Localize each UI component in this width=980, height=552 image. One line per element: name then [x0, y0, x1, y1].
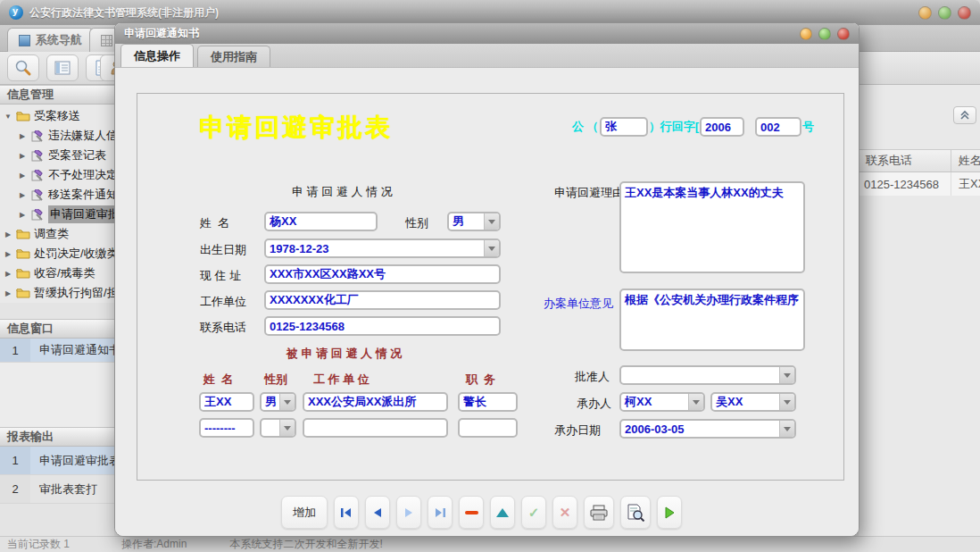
x-icon: ✕ [560, 505, 571, 521]
dropdown-arrow-icon[interactable] [484, 240, 499, 256]
report-button[interactable] [46, 54, 79, 81]
tree-item-punishment[interactable]: ▶ 处罚决定/收缴类 [0, 244, 114, 263]
chevron-collapsed-icon: ▶ [18, 211, 27, 219]
collapse-panel-button[interactable] [953, 106, 976, 124]
approver-combobox[interactable] [619, 365, 796, 385]
section-report-output[interactable]: 报表输出 [0, 427, 114, 447]
info-window-empty-area [0, 363, 114, 427]
label-name: 姓 名 [200, 215, 229, 231]
handler2-combobox[interactable]: 吴XX [710, 392, 796, 412]
tree-item-investigation[interactable]: ▶ 调查类 [0, 224, 114, 244]
dropdown-arrow-icon[interactable] [688, 394, 703, 410]
tree-item-suspect-info[interactable]: ▶ 违法嫌疑人信 [0, 126, 114, 146]
grid-data-row[interactable]: 0125-1234568 王XX [859, 172, 980, 196]
last-record-icon [433, 507, 447, 518]
docno-org-input[interactable] [600, 117, 648, 137]
address-input[interactable] [264, 264, 501, 284]
print-button[interactable] [584, 496, 614, 529]
section-respondent-heading: 被 申 请 回 避 人 情 况 [287, 346, 402, 362]
dialog-minimize-button[interactable] [800, 28, 812, 40]
last-record-button[interactable] [428, 496, 453, 529]
gender-value: 男 [449, 213, 484, 230]
dropdown-arrow-icon[interactable] [279, 394, 295, 410]
respondent1-unit-input[interactable] [303, 392, 448, 412]
tree-item-suspend-detention[interactable]: ▶ 暂缓执行拘留/担 [0, 283, 114, 303]
tree-item-case-transfer[interactable]: ▼ 受案移送 [0, 106, 114, 126]
confirm-button[interactable]: ✓ [521, 496, 546, 529]
gender-combobox[interactable]: 男 [447, 212, 501, 231]
label-gender: 性别 [405, 215, 428, 231]
dob-combobox[interactable]: 1978-12-23 [264, 238, 501, 258]
print-preview-button[interactable] [620, 496, 651, 529]
dialog-close-button[interactable] [837, 28, 850, 40]
document-tree: ▼ 受案移送 ▶ 违法嫌疑人信 ▶ [0, 105, 114, 303]
handler1-combobox[interactable]: 柯XX [619, 392, 705, 412]
close-button[interactable] [958, 6, 971, 20]
tree-item-detox[interactable]: ▶ 收容/戒毒类 [0, 263, 114, 283]
dropdown-arrow-icon[interactable] [779, 394, 794, 410]
maximize-button[interactable] [938, 6, 951, 20]
dialog-maximize-button[interactable] [818, 28, 831, 40]
tree-item-case-register[interactable]: ▶ 受案登记表 [0, 146, 114, 165]
first-record-button[interactable] [334, 496, 359, 529]
respondent2-duty-input[interactable] [458, 418, 518, 438]
minimize-button[interactable] [918, 6, 932, 20]
run-button[interactable] [657, 496, 682, 529]
tab-system-nav-label: 系统导航 [36, 32, 82, 48]
previous-record-button[interactable] [365, 496, 390, 529]
dropdown-arrow-icon[interactable] [779, 367, 794, 383]
delete-record-button[interactable] [459, 496, 484, 529]
docno-year-input[interactable] [700, 117, 744, 137]
minus-icon [465, 511, 478, 514]
status-operator: 操作者:Admin [121, 537, 187, 552]
handle-date-value: 2006-03-05 [621, 421, 779, 437]
chevron-collapsed-icon: ▶ [4, 250, 12, 258]
report-row-2[interactable]: 2 审批表套打 [0, 475, 114, 504]
chevron-collapsed-icon: ▶ [4, 230, 12, 238]
info-window-row[interactable]: 1 申请回避通知书 [0, 339, 114, 363]
name-input[interactable] [264, 212, 378, 231]
report-row-1[interactable]: 1 申请回避审批表 [0, 447, 114, 475]
column-header-phone[interactable]: 联系电话 [859, 150, 951, 171]
dialog-titlebar[interactable]: 申请回避通知书 [115, 23, 859, 44]
respondent1-name-input[interactable] [199, 392, 254, 412]
unit-opinion-textarea[interactable]: 根据《公安机关办理行政案件程序 [619, 289, 805, 351]
dropdown-arrow-icon[interactable] [279, 420, 295, 436]
gavel-doc-icon [30, 150, 45, 162]
cancel-button[interactable]: ✕ [552, 496, 577, 529]
section-info-management[interactable]: 信息管理 [0, 85, 114, 105]
handle-date-combobox[interactable]: 2006-03-05 [619, 419, 796, 439]
tab-info-operation[interactable]: 信息操作 [120, 44, 194, 67]
dialog-window-controls [800, 28, 850, 40]
tree-item-recusal-approval[interactable]: ▶ 申请回避审批 [0, 205, 114, 224]
tab-user-guide[interactable]: 使用指南 [197, 46, 270, 67]
respondent2-gender-combobox[interactable] [260, 418, 296, 438]
add-button[interactable]: 增加 [281, 496, 328, 529]
row-number: 1 [0, 339, 30, 362]
gavel-doc-icon [30, 130, 45, 142]
dropdown-arrow-icon[interactable] [779, 421, 794, 437]
respondent2-name-input[interactable] [199, 418, 254, 438]
tree-item-no-action-decision[interactable]: ▶ 不予处理决定 [0, 165, 114, 185]
recusal-reason-textarea[interactable]: 王XX是本案当事人林XX的丈夫 [619, 181, 805, 273]
tree-item-transfer-notice[interactable]: ▶ 移送案件通知 [0, 185, 114, 205]
column-header-name[interactable]: 姓名 [951, 150, 980, 171]
tab-system-nav[interactable]: 系统导航 [7, 28, 94, 52]
respondent1-gender-combobox[interactable]: 男 [260, 392, 296, 412]
chevron-collapsed-icon: ▶ [18, 152, 27, 160]
section-info-window[interactable]: 信息窗口 [0, 319, 114, 339]
gavel-doc-icon [30, 189, 45, 201]
phone-input[interactable] [264, 316, 501, 336]
tree-item-label: 移送案件通知 [48, 187, 114, 203]
dropdown-arrow-icon[interactable] [484, 213, 499, 230]
search-icon [14, 59, 32, 77]
docno-seq-input[interactable] [755, 117, 801, 137]
respondent1-duty-input[interactable] [458, 392, 518, 412]
search-button[interactable] [7, 54, 39, 81]
edit-record-button[interactable] [490, 496, 515, 529]
cell-name: 王XX [951, 172, 980, 196]
previous-record-icon [371, 507, 384, 518]
next-record-button[interactable] [396, 496, 421, 529]
work-unit-input[interactable] [264, 290, 501, 310]
respondent2-unit-input[interactable] [303, 418, 448, 438]
